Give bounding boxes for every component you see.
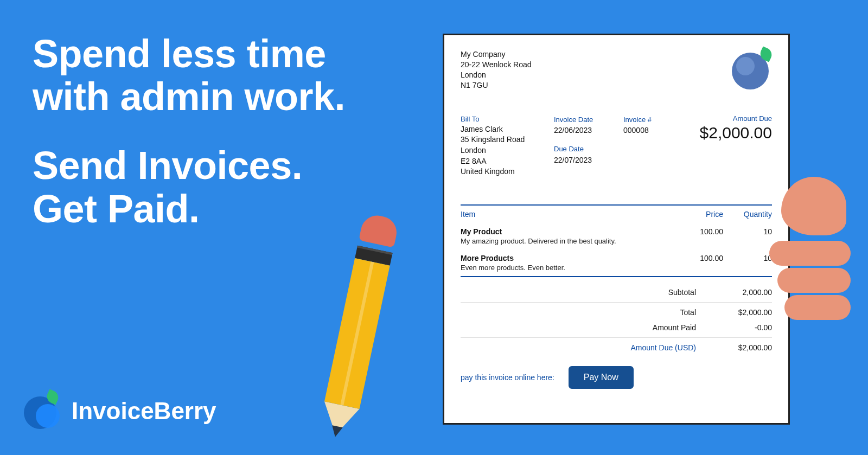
invoice-date-value: 22/06/2023: [554, 125, 623, 136]
pay-online-prompt: pay this invoice online here:: [461, 373, 554, 382]
invoiceberry-logo-icon: [24, 393, 60, 429]
due-date-label: Due Date: [554, 144, 623, 155]
amount-paid-value: -0.00: [712, 323, 772, 332]
pay-now-button[interactable]: Pay Now: [569, 366, 634, 389]
subtotal-label: Subtotal: [604, 288, 696, 297]
amount-due-usd-value: $2,000.00: [712, 343, 772, 352]
amount-due-label: Amount Due: [700, 114, 772, 123]
invoice-number-block: Invoice # 000008: [623, 114, 676, 177]
total-value: $2,000.00: [712, 308, 772, 317]
headline-line-1: Spend less time with admin work.: [33, 33, 369, 118]
sender-address: My Company 20-22 Wenlock Road London N1 …: [461, 49, 531, 91]
totals-block: Subtotal 2,000.00 Total $2,000.00 Amount…: [461, 285, 772, 355]
col-header-price: Price: [669, 210, 723, 219]
amount-paid-label: Amount Paid: [604, 323, 696, 332]
col-header-quantity: Quantity: [723, 210, 772, 219]
invoice-number-label: Invoice #: [623, 114, 676, 125]
amount-due-block: Amount Due $2,000.00: [700, 114, 772, 177]
bill-to-block: Bill To James Clark 35 Kingsland Road Lo…: [461, 114, 554, 177]
line-item: More Products Even more products. Even b…: [461, 249, 772, 276]
col-header-item: Item: [461, 210, 669, 219]
amount-due-usd-label: Amount Due (USD): [604, 343, 696, 352]
brand-lockup: InvoiceBerry: [24, 393, 216, 429]
due-date-value: 22/07/2023: [554, 155, 623, 166]
dates-block: Invoice Date 22/06/2023 Due Date 22/07/2…: [554, 114, 623, 177]
invoice-number-value: 000008: [623, 125, 676, 136]
total-label: Total: [604, 308, 696, 317]
subtotal-value: 2,000.00: [712, 288, 772, 297]
amount-due-value: $2,000.00: [700, 124, 772, 142]
line-item: My Product My amazing product. Delivered…: [461, 223, 772, 249]
invoice-preview: My Company 20-22 Wenlock Road London N1 …: [443, 34, 790, 425]
brand-name: InvoiceBerry: [72, 398, 216, 425]
company-logo-icon: [732, 49, 772, 89]
bill-to-label: Bill To: [461, 114, 554, 124]
line-items-table: Item Price Quantity My Product My amazin…: [461, 204, 772, 277]
marketing-headline: Spend less time with admin work. Send In…: [33, 33, 369, 257]
headline-line-2: Send Invoices. Get Paid.: [33, 144, 369, 230]
invoice-date-label: Invoice Date: [554, 114, 623, 125]
